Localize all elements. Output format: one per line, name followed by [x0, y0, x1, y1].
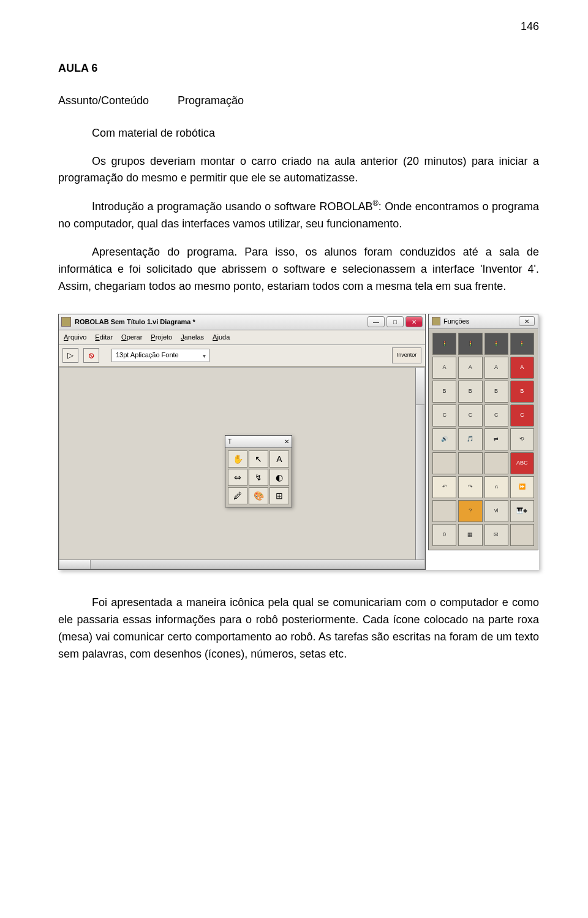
func-motor-a-2-icon[interactable]: A [458, 357, 482, 379]
tool-pencil-icon[interactable]: 🖉 [228, 487, 247, 504]
func-empty-icon [510, 524, 534, 546]
registered-mark: ® [372, 199, 378, 208]
func-music-icon[interactable]: 🎵 [458, 428, 482, 450]
inventor-button[interactable]: Inventor [392, 347, 421, 363]
titlebar: ROBOLAB Sem Título 1.vi Diagrama * — □ ✕ [59, 314, 425, 330]
tools-palette-close-icon[interactable]: ✕ [284, 437, 289, 447]
menu-arquivo[interactable]: AArquivorquivo [64, 332, 86, 343]
func-sound-icon[interactable]: 🔊 [432, 428, 456, 450]
para-intro: Introdução a programação usando o softwa… [58, 198, 539, 233]
subject-row: Assunto/Conteúdo Programação [58, 93, 539, 110]
para-material: Com material de robótica [58, 125, 539, 142]
func-slot-blank-icon[interactable] [432, 500, 456, 522]
page-number: 146 [58, 18, 539, 36]
functions-close-button[interactable]: ✕ [519, 316, 535, 326]
func-blank-1-icon[interactable] [432, 452, 456, 474]
func-motor-c-stop-icon[interactable]: C [510, 404, 534, 427]
run-button[interactable]: ▷ [62, 348, 78, 363]
app-icon [61, 317, 71, 327]
abort-button[interactable]: ⦸ [83, 348, 99, 363]
menu-editar[interactable]: Editar [95, 332, 113, 343]
menubar: AArquivorquivo Editar Operar Projeto Jan… [59, 330, 425, 345]
func-motor-c-1-icon[interactable]: C [432, 404, 456, 427]
functions-titlebar: Funções ✕ [429, 314, 538, 329]
lesson-heading: AULA 6 [58, 60, 539, 77]
func-mail-icon[interactable]: ✉ [484, 524, 508, 546]
func-loop-icon[interactable]: ⟲ [510, 428, 534, 450]
func-piano-icon[interactable]: 🎹◆ [510, 500, 534, 522]
diagram-canvas[interactable]: T ✕ ✋ ↖ A ⇔ ↯ ◐ 🖉 🎨 ⊞ [59, 367, 425, 569]
func-nav-play-icon[interactable]: ⏩ [510, 476, 534, 498]
scrollbar-horizontal[interactable] [59, 560, 424, 569]
func-grid-icon[interactable]: ▦ [458, 524, 482, 546]
tool-text-icon[interactable]: A [270, 450, 289, 468]
close-button[interactable]: ✕ [405, 316, 423, 327]
tool-scroll-icon[interactable]: ⊞ [270, 487, 289, 504]
func-motor-b-stop-icon[interactable]: B [510, 381, 534, 403]
func-trafficlight-4-icon[interactable]: 🚦 [510, 333, 534, 355]
menu-ajuda[interactable]: Ajuda [213, 332, 230, 343]
subject-value: Programação [178, 94, 244, 107]
menu-operar[interactable]: Operar [121, 332, 142, 343]
minimize-button[interactable]: — [368, 316, 385, 327]
tools-palette-title: T ✕ [225, 436, 292, 449]
para-presentation: Apresentação do programa. Para isso, os … [58, 244, 539, 295]
functions-grid: 🚦 🚦 🚦 🚦 A A A A B B B B C C C C 🔊 🎵 ⇄ ⟲ [429, 329, 538, 550]
tool-color-icon[interactable]: 🎨 [249, 487, 268, 504]
subject-label: Assunto/Conteúdo [58, 93, 175, 110]
func-help-icon[interactable]: ? [458, 500, 482, 522]
func-blank-3-icon[interactable] [484, 452, 508, 474]
tools-palette-label: T [228, 437, 232, 447]
maximize-button[interactable]: □ [386, 316, 404, 327]
func-motor-b-2-icon[interactable]: B [458, 381, 482, 403]
window-controls: — □ ✕ [368, 316, 423, 327]
tool-probe-icon[interactable]: ↯ [249, 469, 268, 486]
toolbar: ▷ ⦸ 13pt Aplicação Fonte Inventor [59, 345, 425, 367]
func-nav-fwd-icon[interactable]: ↷ [458, 476, 482, 498]
functions-app-icon [432, 317, 440, 325]
func-motor-b-1-icon[interactable]: B [432, 381, 456, 403]
func-motor-a-1-icon[interactable]: A [432, 357, 456, 379]
tool-wire-icon[interactable]: ⇔ [228, 469, 247, 486]
window-title: ROBOLAB Sem Título 1.vi Diagrama * [75, 317, 368, 327]
func-reverse-icon[interactable]: ⇄ [484, 428, 508, 450]
functions-title: Funções [443, 316, 469, 327]
func-nav-back-icon[interactable]: ↶ [432, 476, 456, 498]
func-nav-up-icon[interactable]: ⎌ [484, 476, 508, 498]
menu-projeto[interactable]: Projeto [151, 332, 172, 343]
func-motor-a-3-icon[interactable]: A [484, 357, 508, 379]
func-zero-icon[interactable]: 0 [432, 524, 456, 546]
tools-palette[interactable]: T ✕ ✋ ↖ A ⇔ ↯ ◐ 🖉 🎨 ⊞ [225, 435, 292, 508]
robolab-screenshot: ROBOLAB Sem Título 1.vi Diagrama * — □ ✕… [58, 314, 539, 570]
functions-palette: Funções ✕ 🚦 🚦 🚦 🚦 A A A A B B B B C C C … [428, 314, 538, 550]
robolab-window: ROBOLAB Sem Título 1.vi Diagrama * — □ ✕… [58, 314, 426, 570]
func-trafficlight-3-icon[interactable]: 🚦 [484, 333, 508, 355]
scrollbar-vertical[interactable] [415, 368, 424, 560]
para-groups: Os grupos deveriam montar o carro criado… [58, 153, 539, 188]
func-vi-icon[interactable]: vi [484, 500, 508, 522]
tool-select-icon[interactable]: ↖ [249, 450, 268, 468]
func-motor-a-stop-icon[interactable]: A [510, 357, 534, 379]
func-motor-b-3-icon[interactable]: B [484, 381, 508, 403]
func-motor-c-3-icon[interactable]: C [484, 404, 508, 427]
tool-operate-icon[interactable]: ✋ [228, 450, 247, 468]
func-trafficlight-1-icon[interactable]: 🚦 [432, 333, 456, 355]
func-motor-c-2-icon[interactable]: C [458, 404, 482, 427]
func-abc-stop-icon[interactable]: ABC [510, 452, 534, 474]
menu-janelas[interactable]: Janelas [181, 332, 204, 343]
func-blank-2-icon[interactable] [458, 452, 482, 474]
font-combo[interactable]: 13pt Aplicação Fonte [111, 349, 209, 362]
func-trafficlight-2-icon[interactable]: 🚦 [458, 333, 482, 355]
tool-breakpoint-icon[interactable]: ◐ [270, 469, 289, 486]
para-icon-explain: Foi apresentada a maneira icônica pela q… [58, 594, 539, 663]
para-intro-prefix: Introdução a programação usando o softwa… [92, 200, 372, 213]
